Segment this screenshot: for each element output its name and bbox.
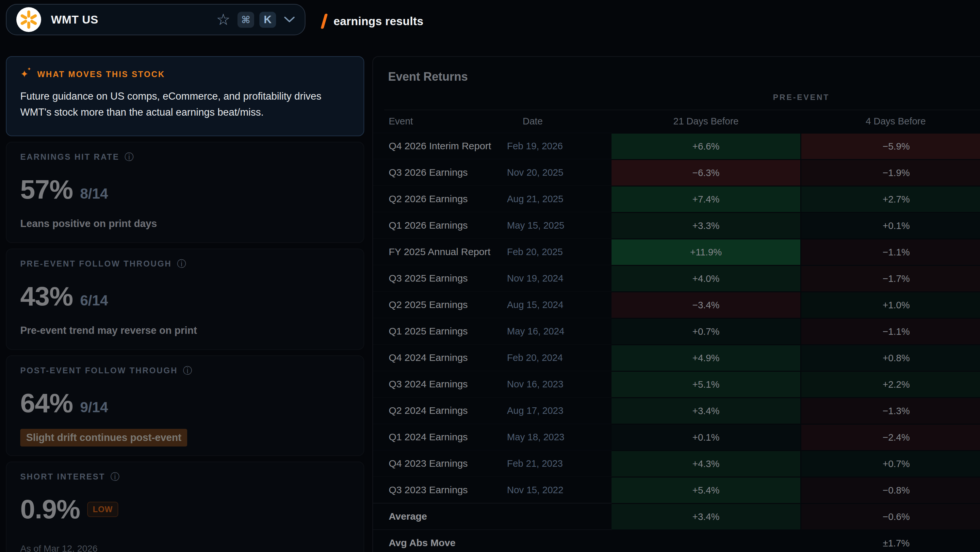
column-header-4-days-before[interactable]: 4 Days Before: [800, 110, 980, 133]
table-row[interactable]: Q2 2024 EarningsAug 17, 2023+3.4%−1.3%: [373, 397, 980, 424]
event-returns-table-body: Q4 2026 Interim ReportFeb 19, 2026+6.6%−…: [373, 133, 980, 552]
return-21-days-before-cell: +5.4%: [611, 477, 800, 503]
column-header-date[interactable]: Date: [507, 110, 611, 133]
date-cell: Nov 15, 2022: [507, 477, 611, 503]
return-4-days-before-cell: ±1.7%: [800, 530, 980, 552]
table-row[interactable]: Average+3.4%−0.6%: [373, 503, 980, 530]
return-4-days-before-cell: −5.9%: [800, 133, 980, 159]
table-title: Event Returns: [373, 57, 980, 84]
return-21-days-before-cell: +5.1%: [611, 371, 800, 397]
date-cell: Nov 19, 2024: [507, 265, 611, 291]
stat-label: EARNINGS HIT RATE: [20, 152, 119, 162]
sidebar-stats-column: ✦ ✦ WHAT MOVES THIS STOCK Future guidanc…: [6, 56, 364, 552]
table-row[interactable]: Q4 2024 EarningsFeb 20, 2024+4.9%+0.8%: [373, 344, 980, 371]
stat-description-highlight: Slight drift continues post-event: [20, 429, 187, 447]
chevron-down-icon: [284, 16, 295, 23]
table-header-row: Event Date 21 Days Before 4 Days Before: [373, 110, 980, 133]
info-icon[interactable]: ⓘ: [177, 259, 186, 269]
table-row[interactable]: Q3 2024 EarningsNov 16, 2023+5.1%+2.2%: [373, 371, 980, 397]
what-moves-this-stock-card: ✦ ✦ WHAT MOVES THIS STOCK Future guidanc…: [6, 56, 364, 136]
page-title: earnings results: [334, 15, 423, 28]
return-21-days-before-cell: +4.0%: [611, 265, 800, 291]
return-21-days-before-cell: +7.4%: [611, 186, 800, 212]
event-cell: Q4 2023 Earnings: [373, 450, 507, 477]
event-cell: Q1 2025 Earnings: [373, 318, 507, 344]
event-cell: Q1 2026 Earnings: [373, 212, 507, 239]
stat-description: Pre-event trend may reverse on print: [20, 325, 350, 336]
earnings-results-page: { "header": { "ticker": "WMT US", "cmd_k…: [0, 0, 980, 552]
table-row[interactable]: Q1 2025 EarningsMay 16, 2024+0.7%−1.1%: [373, 318, 980, 344]
event-cell: Q1 2024 Earnings: [373, 424, 507, 450]
short-interest-card: SHORT INTEREST ⓘ 0.9% LOW As of Mar 12, …: [6, 461, 364, 552]
return-21-days-before-cell: +4.3%: [611, 450, 800, 477]
table-row[interactable]: Q3 2025 EarningsNov 19, 2024+4.0%−1.7%: [373, 265, 980, 291]
insight-card-body: Future guidance on US comps, eCommerce, …: [20, 88, 340, 120]
stat-fraction: 8/14: [80, 186, 108, 202]
return-4-days-before-cell: −1.7%: [800, 265, 980, 291]
return-4-days-before-cell: +0.1%: [800, 212, 980, 239]
favorite-star-icon[interactable]: ☆: [216, 12, 230, 27]
table-row[interactable]: Q1 2024 EarningsMay 18, 2023+0.1%−2.4%: [373, 424, 980, 450]
event-cell: Q2 2025 Earnings: [373, 291, 507, 318]
column-header-event[interactable]: Event: [373, 110, 507, 133]
slash-accent: [320, 14, 328, 29]
return-4-days-before-cell: −1.3%: [800, 397, 980, 424]
event-cell: Average: [373, 503, 507, 530]
pre-event-group-label: PRE-EVENT: [611, 93, 980, 102]
info-icon[interactable]: ⓘ: [110, 472, 119, 482]
date-cell: May 18, 2023: [507, 424, 611, 450]
stat-label: POST-EVENT FOLLOW THROUGH: [20, 366, 178, 375]
event-returns-card: Event Returns PRE-EVENT Event Date 21 Da…: [372, 56, 980, 552]
info-icon[interactable]: ⓘ: [124, 153, 134, 162]
event-cell: Q3 2024 Earnings: [373, 371, 507, 397]
return-4-days-before-cell: −0.6%: [800, 503, 980, 530]
return-21-days-before-cell: −6.3%: [611, 159, 800, 186]
return-4-days-before-cell: +1.0%: [800, 291, 980, 318]
return-21-days-before-cell: +11.9%: [611, 239, 800, 265]
stat-label: PRE-EVENT FOLLOW THROUGH: [20, 259, 172, 269]
date-cell: Aug 15, 2024: [507, 291, 611, 318]
stat-value: 0.9%: [20, 494, 80, 525]
event-cell: Q2 2024 Earnings: [373, 397, 507, 424]
return-4-days-before-cell: +2.2%: [800, 371, 980, 397]
table-row[interactable]: Q3 2023 EarningsNov 15, 2022+5.4%−0.8%: [373, 477, 980, 503]
return-21-days-before-cell: +3.4%: [611, 503, 800, 530]
return-21-days-before-cell: +4.9%: [611, 344, 800, 371]
sparkle-icon: ✦ ✦: [20, 68, 31, 80]
date-cell: Feb 20, 2024: [507, 344, 611, 371]
table-row[interactable]: Q1 2026 EarningsMay 15, 2025+3.3%+0.1%: [373, 212, 980, 239]
event-cell: Q4 2024 Earnings: [373, 344, 507, 371]
stat-description: Leans positive on print days: [20, 218, 350, 230]
table-row[interactable]: Q2 2026 EarningsAug 21, 2025+7.4%+2.7%: [373, 186, 980, 212]
return-21-days-before-cell: +0.7%: [611, 318, 800, 344]
return-4-days-before-cell: +0.8%: [800, 344, 980, 371]
info-icon[interactable]: ⓘ: [183, 366, 192, 375]
return-21-days-before-cell: +3.3%: [611, 212, 800, 239]
event-cell: Avg Abs Move: [373, 530, 507, 552]
top-bar: WMT US ☆ ⌘ K earnings results: [0, 0, 980, 43]
event-cell: Q3 2025 Earnings: [373, 265, 507, 291]
insight-card-label: WHAT MOVES THIS STOCK: [37, 70, 165, 79]
k-key-badge: K: [259, 12, 276, 28]
date-cell: Nov 20, 2025: [507, 159, 611, 186]
table-row[interactable]: Q4 2026 Interim ReportFeb 19, 2026+6.6%−…: [373, 133, 980, 159]
stat-value: 57%: [20, 174, 73, 205]
table-row[interactable]: Avg Abs Move±1.7%: [373, 530, 980, 552]
return-21-days-before-cell: [611, 530, 800, 552]
return-4-days-before-cell: −0.8%: [800, 477, 980, 503]
date-cell: May 15, 2025: [507, 212, 611, 239]
event-cell: Q3 2023 Earnings: [373, 477, 507, 503]
date-cell: Feb 21, 2023: [507, 450, 611, 477]
table-row[interactable]: Q3 2026 EarningsNov 20, 2025−6.3%−1.9%: [373, 159, 980, 186]
table-row[interactable]: Q2 2025 EarningsAug 15, 2024−3.4%+1.0%: [373, 291, 980, 318]
column-header-21-days-before[interactable]: 21 Days Before: [611, 110, 800, 133]
return-4-days-before-cell: −1.1%: [800, 318, 980, 344]
table-row[interactable]: FY 2025 Annual ReportFeb 20, 2025+11.9%−…: [373, 239, 980, 265]
return-4-days-before-cell: +0.7%: [800, 450, 980, 477]
date-cell: Aug 21, 2025: [507, 186, 611, 212]
event-cell: Q2 2026 Earnings: [373, 186, 507, 212]
ticker-dropdown-button[interactable]: [284, 16, 295, 23]
ticker-selector[interactable]: WMT US ☆ ⌘ K: [6, 4, 305, 35]
return-21-days-before-cell: +0.1%: [611, 424, 800, 450]
table-row[interactable]: Q4 2023 EarningsFeb 21, 2023+4.3%+0.7%: [373, 450, 980, 477]
